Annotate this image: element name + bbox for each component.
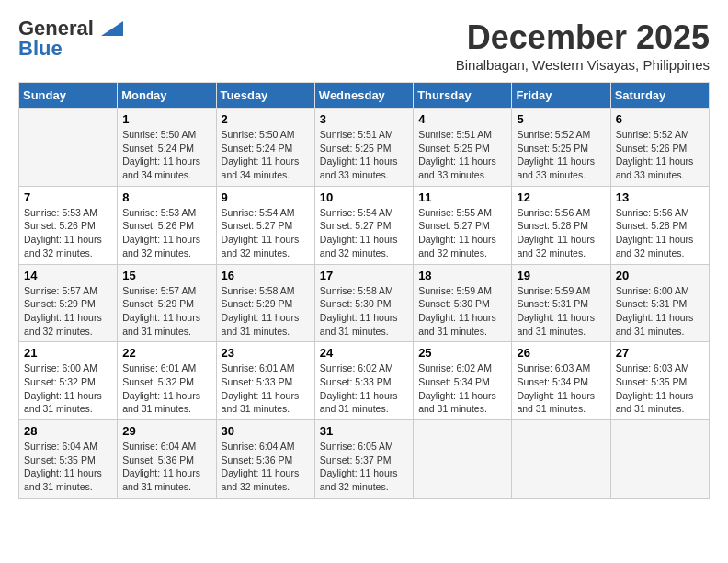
day-info: Sunrise: 6:00 AMSunset: 5:32 PMDaylight:…: [24, 362, 112, 416]
day-number: 4: [418, 112, 506, 126]
day-info: Sunrise: 6:01 AMSunset: 5:33 PMDaylight:…: [222, 362, 310, 416]
calendar-cell: 30Sunrise: 6:04 AMSunset: 5:36 PMDayligh…: [216, 420, 314, 499]
calendar-cell: 26Sunrise: 6:03 AMSunset: 5:34 PMDayligh…: [512, 342, 610, 420]
logo-blue: Blue: [18, 39, 63, 59]
day-number: 25: [418, 346, 506, 360]
calendar-cell: 28Sunrise: 6:04 AMSunset: 5:35 PMDayligh…: [19, 420, 118, 499]
day-info: Sunrise: 5:52 AMSunset: 5:26 PMDaylight:…: [616, 128, 704, 182]
day-number: 10: [320, 190, 408, 204]
logo-icon: [94, 19, 123, 38]
calendar-cell: 8Sunrise: 5:53 AMSunset: 5:26 PMDaylight…: [118, 186, 216, 264]
day-info: Sunrise: 5:51 AMSunset: 5:25 PMDaylight:…: [418, 128, 506, 182]
calendar-cell: 14Sunrise: 5:57 AMSunset: 5:29 PMDayligh…: [19, 264, 118, 342]
calendar-cell: 3Sunrise: 5:51 AMSunset: 5:25 PMDaylight…: [314, 109, 413, 187]
calendar-cell: 6Sunrise: 5:52 AMSunset: 5:26 PMDaylight…: [610, 109, 709, 187]
calendar-cell: 10Sunrise: 5:54 AMSunset: 5:27 PMDayligh…: [314, 186, 413, 264]
calendar-week-1: 1Sunrise: 5:50 AMSunset: 5:24 PMDaylight…: [19, 109, 710, 187]
header-sunday: Sunday: [19, 83, 118, 109]
day-number: 5: [517, 112, 605, 126]
calendar-table: SundayMondayTuesdayWednesdayThursdayFrid…: [18, 82, 710, 499]
header-saturday: Saturday: [610, 83, 709, 109]
calendar-cell: [610, 420, 709, 499]
day-number: 31: [320, 424, 408, 438]
day-info: Sunrise: 5:50 AMSunset: 5:24 PMDaylight:…: [222, 128, 310, 182]
day-info: Sunrise: 5:59 AMSunset: 5:31 PMDaylight:…: [517, 284, 605, 339]
calendar-cell: 17Sunrise: 5:58 AMSunset: 5:30 PMDayligh…: [314, 264, 413, 342]
day-number: 22: [122, 346, 210, 360]
day-info: Sunrise: 6:05 AMSunset: 5:37 PMDaylight:…: [320, 440, 408, 494]
day-info: Sunrise: 6:04 AMSunset: 5:36 PMDaylight:…: [122, 440, 210, 494]
page-header: General Blue December 2025 Binalbagan, W…: [18, 18, 710, 73]
day-info: Sunrise: 5:52 AMSunset: 5:25 PMDaylight:…: [517, 128, 605, 182]
day-number: 27: [616, 346, 704, 360]
calendar-cell: 13Sunrise: 5:56 AMSunset: 5:28 PMDayligh…: [610, 186, 709, 264]
calendar-week-5: 28Sunrise: 6:04 AMSunset: 5:35 PMDayligh…: [19, 420, 710, 499]
day-number: 19: [517, 269, 605, 282]
day-info: Sunrise: 5:56 AMSunset: 5:28 PMDaylight:…: [517, 206, 605, 260]
calendar-cell: 19Sunrise: 5:59 AMSunset: 5:31 PMDayligh…: [512, 264, 610, 342]
day-number: 6: [616, 112, 704, 126]
day-info: Sunrise: 5:59 AMSunset: 5:30 PMDaylight:…: [418, 284, 506, 339]
day-number: 18: [418, 269, 506, 282]
day-number: 1: [122, 112, 210, 126]
day-number: 26: [517, 346, 605, 360]
calendar-cell: [19, 109, 118, 187]
header-thursday: Thursday: [414, 83, 512, 109]
day-number: 2: [222, 112, 310, 126]
calendar-cell: 1Sunrise: 5:50 AMSunset: 5:24 PMDaylight…: [118, 109, 216, 187]
day-number: 7: [24, 190, 112, 204]
day-info: Sunrise: 5:54 AMSunset: 5:27 PMDaylight:…: [222, 206, 310, 260]
calendar-cell: 20Sunrise: 6:00 AMSunset: 5:31 PMDayligh…: [610, 264, 709, 342]
calendar-cell: 24Sunrise: 6:02 AMSunset: 5:33 PMDayligh…: [314, 342, 413, 420]
calendar-cell: 4Sunrise: 5:51 AMSunset: 5:25 PMDaylight…: [414, 109, 512, 187]
header-wednesday: Wednesday: [314, 83, 413, 109]
calendar-week-3: 14Sunrise: 5:57 AMSunset: 5:29 PMDayligh…: [19, 264, 710, 342]
calendar-cell: 16Sunrise: 5:58 AMSunset: 5:29 PMDayligh…: [216, 264, 314, 342]
day-number: 20: [616, 269, 704, 282]
day-info: Sunrise: 5:51 AMSunset: 5:25 PMDaylight:…: [320, 128, 408, 182]
day-info: Sunrise: 6:03 AMSunset: 5:35 PMDaylight:…: [616, 362, 704, 416]
calendar-cell: 31Sunrise: 6:05 AMSunset: 5:37 PMDayligh…: [314, 420, 413, 499]
day-info: Sunrise: 6:02 AMSunset: 5:33 PMDaylight:…: [320, 362, 408, 416]
calendar-header-row: SundayMondayTuesdayWednesdayThursdayFrid…: [19, 83, 710, 109]
day-number: 14: [24, 269, 112, 282]
calendar-cell: 2Sunrise: 5:50 AMSunset: 5:24 PMDaylight…: [216, 109, 314, 187]
title-block: December 2025 Binalbagan, Western Visaya…: [456, 18, 710, 73]
day-info: Sunrise: 5:58 AMSunset: 5:29 PMDaylight:…: [222, 284, 310, 339]
calendar-cell: [414, 420, 512, 499]
day-info: Sunrise: 5:56 AMSunset: 5:28 PMDaylight:…: [616, 206, 704, 260]
calendar-week-4: 21Sunrise: 6:00 AMSunset: 5:32 PMDayligh…: [19, 342, 710, 420]
day-info: Sunrise: 5:57 AMSunset: 5:29 PMDaylight:…: [122, 284, 210, 339]
day-info: Sunrise: 5:57 AMSunset: 5:29 PMDaylight:…: [24, 284, 112, 339]
calendar-cell: 12Sunrise: 5:56 AMSunset: 5:28 PMDayligh…: [512, 186, 610, 264]
calendar-cell: 9Sunrise: 5:54 AMSunset: 5:27 PMDaylight…: [216, 186, 314, 264]
day-number: 17: [320, 269, 408, 282]
day-number: 3: [320, 112, 408, 126]
calendar-cell: [512, 420, 610, 499]
header-tuesday: Tuesday: [216, 83, 314, 109]
day-info: Sunrise: 5:55 AMSunset: 5:27 PMDaylight:…: [418, 206, 506, 260]
day-number: 9: [222, 190, 310, 204]
calendar-cell: 7Sunrise: 5:53 AMSunset: 5:26 PMDaylight…: [19, 186, 118, 264]
day-info: Sunrise: 5:53 AMSunset: 5:26 PMDaylight:…: [122, 206, 210, 260]
day-info: Sunrise: 6:02 AMSunset: 5:34 PMDaylight:…: [418, 362, 506, 416]
calendar-week-2: 7Sunrise: 5:53 AMSunset: 5:26 PMDaylight…: [19, 186, 710, 264]
day-info: Sunrise: 6:00 AMSunset: 5:31 PMDaylight:…: [616, 284, 704, 339]
day-number: 15: [122, 269, 210, 282]
day-number: 21: [24, 346, 112, 360]
calendar-cell: 27Sunrise: 6:03 AMSunset: 5:35 PMDayligh…: [610, 342, 709, 420]
month-title: December 2025: [456, 18, 710, 57]
day-info: Sunrise: 5:58 AMSunset: 5:30 PMDaylight:…: [320, 284, 408, 339]
calendar-cell: 15Sunrise: 5:57 AMSunset: 5:29 PMDayligh…: [118, 264, 216, 342]
calendar-cell: 18Sunrise: 5:59 AMSunset: 5:30 PMDayligh…: [414, 264, 512, 342]
calendar-cell: 23Sunrise: 6:01 AMSunset: 5:33 PMDayligh…: [216, 342, 314, 420]
calendar-cell: 25Sunrise: 6:02 AMSunset: 5:34 PMDayligh…: [414, 342, 512, 420]
logo: General Blue: [18, 18, 123, 59]
header-friday: Friday: [512, 83, 610, 109]
day-info: Sunrise: 6:04 AMSunset: 5:35 PMDaylight:…: [24, 440, 112, 494]
day-number: 11: [418, 190, 506, 204]
day-info: Sunrise: 6:03 AMSunset: 5:34 PMDaylight:…: [517, 362, 605, 416]
calendar-cell: 11Sunrise: 5:55 AMSunset: 5:27 PMDayligh…: [414, 186, 512, 264]
day-number: 24: [320, 346, 408, 360]
day-info: Sunrise: 5:50 AMSunset: 5:24 PMDaylight:…: [122, 128, 210, 182]
